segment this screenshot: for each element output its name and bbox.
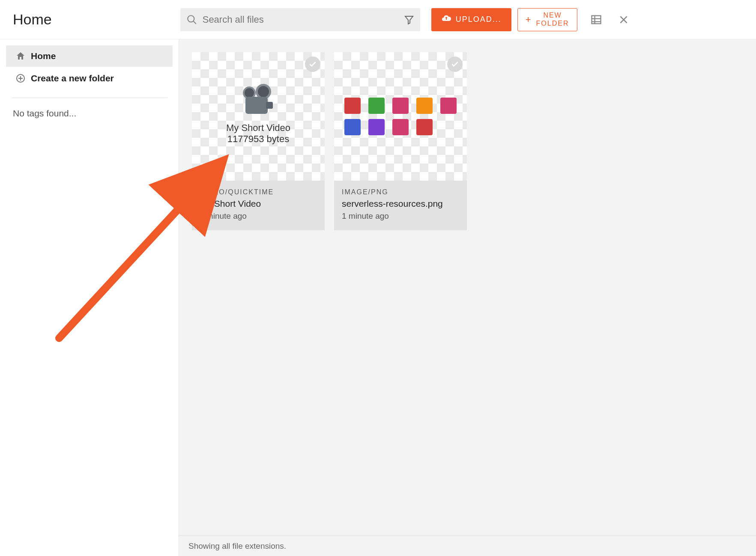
divider xyxy=(11,98,167,98)
file-name: serverless-resources.png xyxy=(342,199,459,209)
aws-services-icon xyxy=(344,98,457,135)
home-icon xyxy=(15,51,26,61)
close-icon[interactable] xyxy=(615,11,632,28)
search-bar[interactable] xyxy=(180,8,420,31)
thumb-bytes: 1177953 bytes xyxy=(227,134,289,145)
sidebar-item-create-folder[interactable]: Create a new folder xyxy=(6,68,173,89)
upload-button[interactable]: UPLOAD... xyxy=(431,8,511,31)
file-card[interactable]: My Short Video 1177953 bytes VIDEO/QUICK… xyxy=(192,52,325,230)
file-time: 1 minute ago xyxy=(342,211,459,221)
filter-icon[interactable] xyxy=(404,15,414,25)
svg-point-0 xyxy=(188,15,194,22)
plus-icon: + xyxy=(526,14,532,25)
svg-line-1 xyxy=(193,21,196,24)
new-folder-label: NEW FOLDER xyxy=(536,12,569,27)
file-thumbnail[interactable] xyxy=(334,52,467,181)
svg-rect-3 xyxy=(592,15,601,24)
file-mime: VIDEO/QUICKTIME xyxy=(200,188,317,196)
search-icon xyxy=(186,14,197,25)
sidebar-item-home[interactable]: Home xyxy=(6,45,173,67)
file-mime: IMAGE/PNG xyxy=(342,188,459,196)
status-text: Showing all file extensions. xyxy=(188,541,286,551)
select-check-icon[interactable] xyxy=(305,56,320,72)
select-check-icon[interactable] xyxy=(447,56,463,72)
file-grid: My Short Video 1177953 bytes VIDEO/QUICK… xyxy=(179,39,756,535)
header: Home UPLOAD... + NEW FOLDER xyxy=(0,0,756,39)
main: Home Create a new folder No tags found..… xyxy=(0,39,756,556)
search-input[interactable] xyxy=(197,14,404,25)
plus-circle-icon xyxy=(15,73,26,83)
cloud-upload-icon xyxy=(441,13,451,26)
file-meta: VIDEO/QUICKTIME My Short Video 1 minute … xyxy=(192,181,325,230)
content-area: My Short Video 1177953 bytes VIDEO/QUICK… xyxy=(179,39,756,556)
sidebar-item-label: Home xyxy=(31,51,56,61)
no-tags-text: No tags found... xyxy=(0,108,179,119)
file-meta: IMAGE/PNG serverless-resources.png 1 min… xyxy=(334,181,467,230)
new-folder-button[interactable]: + NEW FOLDER xyxy=(517,8,577,31)
list-view-icon[interactable] xyxy=(588,11,605,28)
file-name: My Short Video xyxy=(200,199,317,209)
status-bar: Showing all file extensions. xyxy=(179,535,756,556)
page-title: Home xyxy=(13,11,52,28)
sidebar: Home Create a new folder No tags found..… xyxy=(0,39,179,556)
thumb-title: My Short Video xyxy=(226,122,290,134)
sidebar-item-label: Create a new folder xyxy=(31,73,114,83)
projector-icon xyxy=(241,88,275,118)
file-time: 1 minute ago xyxy=(200,211,317,221)
file-thumbnail[interactable]: My Short Video 1177953 bytes xyxy=(192,52,325,181)
upload-label: UPLOAD... xyxy=(456,15,502,24)
file-card[interactable]: IMAGE/PNG serverless-resources.png 1 min… xyxy=(334,52,467,230)
svg-marker-2 xyxy=(405,16,413,24)
